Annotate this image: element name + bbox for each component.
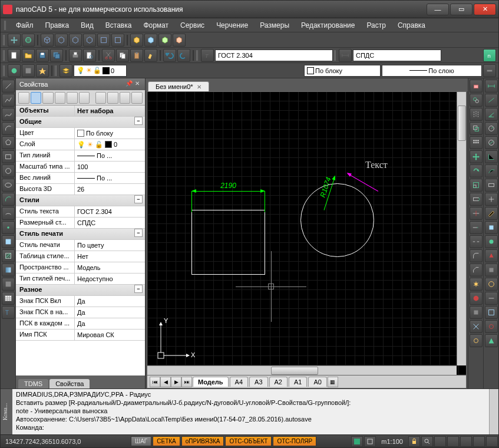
command-text[interactable]: DIMRADIUS,DRA,РЗМРАДИУС,РРА - Радиус Вст… xyxy=(12,389,489,434)
shade-3-icon[interactable] xyxy=(158,34,171,47)
tab-a4[interactable]: A4 xyxy=(230,377,248,387)
save-icon[interactable] xyxy=(36,49,49,62)
tool-b-icon[interactable] xyxy=(22,64,35,77)
polyline-icon[interactable] xyxy=(2,94,15,107)
menu-dimensions[interactable]: Размеры xyxy=(255,20,294,31)
dim-m5-icon[interactable] xyxy=(485,278,498,291)
rect-icon[interactable] xyxy=(2,150,15,163)
dim-leader-icon[interactable] xyxy=(485,164,498,177)
drawing-canvas[interactable]: 2190 R1074 Текст xyxy=(147,91,467,375)
sb-zoom-icon[interactable] xyxy=(421,436,433,447)
prop-ptable-val[interactable]: Нет xyxy=(75,251,145,262)
toggle-polar[interactable]: ОТС-ПОЛЯР xyxy=(273,436,316,446)
stretch-icon[interactable] xyxy=(470,193,483,206)
minimize-button[interactable]: — xyxy=(427,4,449,15)
array-icon[interactable] xyxy=(470,136,483,149)
help-icon[interactable]: n xyxy=(483,49,496,62)
tab-add-icon[interactable]: ▦ xyxy=(328,377,338,387)
pi-1-icon[interactable] xyxy=(18,92,29,104)
toolbar-grip[interactable] xyxy=(334,50,336,61)
scrollbar-horizontal[interactable] xyxy=(147,365,457,375)
collapse-icon[interactable]: − xyxy=(134,285,143,293)
section-general[interactable]: Общие xyxy=(16,117,134,127)
view-top-icon[interactable] xyxy=(97,34,110,47)
tab-tdms[interactable]: TDMS xyxy=(18,379,48,388)
lineweight-combo[interactable]: По слою xyxy=(382,65,482,77)
tab-nav-first-icon[interactable]: ⏮ xyxy=(150,377,160,387)
section-styles[interactable]: Стили xyxy=(16,195,134,206)
menu-help[interactable]: Справка xyxy=(393,20,430,31)
rotate-icon[interactable] xyxy=(470,164,483,177)
tool-c-icon[interactable] xyxy=(36,64,49,77)
dimstyle-icon[interactable] xyxy=(339,49,352,62)
menu-service[interactable]: Сервис xyxy=(176,20,209,31)
toolbar-grip[interactable] xyxy=(196,50,199,61)
menu-modify[interactable]: Редактирование xyxy=(296,20,359,31)
new-icon[interactable] xyxy=(8,49,21,62)
tab-a1[interactable]: A1 xyxy=(289,377,307,387)
pi-4-icon[interactable] xyxy=(55,92,66,104)
shade-4-icon[interactable] xyxy=(173,34,186,47)
prop-thick-val[interactable]: 26 xyxy=(75,184,145,195)
misc-icon[interactable] xyxy=(470,292,483,305)
toolbar-grip[interactable] xyxy=(3,50,5,61)
preview-icon[interactable] xyxy=(83,49,96,62)
dim-diameter-icon[interactable] xyxy=(485,136,498,149)
menu-view[interactable]: Вид xyxy=(76,20,98,31)
layers-icon[interactable] xyxy=(60,64,72,77)
prop-ucs2-val[interactable]: Да xyxy=(75,307,145,318)
collapse-icon[interactable]: − xyxy=(134,117,143,125)
dimension-horizontal[interactable]: 2190 xyxy=(191,191,265,192)
menu-raster[interactable]: Растр xyxy=(362,20,390,31)
erase-icon[interactable] xyxy=(470,80,483,93)
close-panel-icon[interactable]: ✕ xyxy=(133,80,141,88)
tab-properties[interactable]: Свойства xyxy=(49,379,90,388)
saveall-icon[interactable] xyxy=(50,49,63,62)
section-misc[interactable]: Разное xyxy=(16,285,134,295)
dim-tolerance-icon[interactable] xyxy=(485,179,498,192)
sb-7-icon[interactable] xyxy=(486,436,498,447)
pan-icon[interactable] xyxy=(8,34,21,47)
pi-6-icon[interactable] xyxy=(79,92,90,104)
dim-m9-icon[interactable] xyxy=(485,334,498,347)
prop-ltscale-val[interactable]: 100 xyxy=(75,162,145,172)
menu-format[interactable]: Формат xyxy=(138,20,173,31)
shade-1-icon[interactable] xyxy=(130,34,143,47)
toggle-otrack[interactable]: ОТС-ОБЪЕКТ xyxy=(225,436,272,446)
toggle-snap[interactable]: ШАГ xyxy=(131,436,151,446)
polygon-icon[interactable] xyxy=(2,136,15,149)
toolbar-grip[interactable] xyxy=(55,65,57,76)
scale[interactable]: m1:100 xyxy=(376,438,408,445)
break-icon[interactable] xyxy=(470,235,483,248)
scrollbar-vertical[interactable] xyxy=(457,92,466,365)
toolbar-grip[interactable] xyxy=(3,65,5,76)
arc2-icon[interactable] xyxy=(2,193,15,206)
print-icon[interactable] xyxy=(69,49,82,62)
redo-icon[interactable] xyxy=(177,49,190,62)
lineweight-toggle-icon[interactable] xyxy=(483,64,496,77)
mirror-icon[interactable] xyxy=(470,108,483,121)
doc-tab[interactable]: Без имени0* ✕ xyxy=(148,81,209,91)
prop-tstyle-val[interactable]: ГОСТ 2.304 xyxy=(75,206,145,217)
toggle-osnap[interactable]: оПРИВЯЗКА xyxy=(181,436,224,446)
orbit-icon[interactable] xyxy=(22,34,35,47)
dim-m4-icon[interactable] xyxy=(485,263,498,276)
paste-icon[interactable] xyxy=(130,49,143,62)
close-doc-icon[interactable]: ✕ xyxy=(197,84,201,90)
toolbar-grip[interactable] xyxy=(3,35,5,45)
pi-8-icon[interactable] xyxy=(107,92,118,104)
line-icon[interactable] xyxy=(2,80,15,93)
arc-icon[interactable] xyxy=(2,122,15,135)
prop-lweight-val[interactable]: По ... xyxy=(75,173,145,183)
matchprop-icon[interactable] xyxy=(144,49,157,62)
sb-4-icon[interactable] xyxy=(447,436,459,447)
tab-a0[interactable]: A0 xyxy=(308,377,326,387)
menu-draw[interactable]: Черчение xyxy=(212,20,253,31)
misc2-icon[interactable] xyxy=(470,306,483,319)
prop-ucs1-val[interactable]: Да xyxy=(75,296,145,307)
tab-nav-last-icon[interactable]: ⏭ xyxy=(181,377,192,387)
section-plotstyle[interactable]: Стиль печати xyxy=(16,229,134,239)
sb-lock-icon[interactable] xyxy=(408,436,420,447)
rectangle-entity[interactable] xyxy=(191,210,265,275)
sb-1-icon[interactable] xyxy=(351,436,363,447)
